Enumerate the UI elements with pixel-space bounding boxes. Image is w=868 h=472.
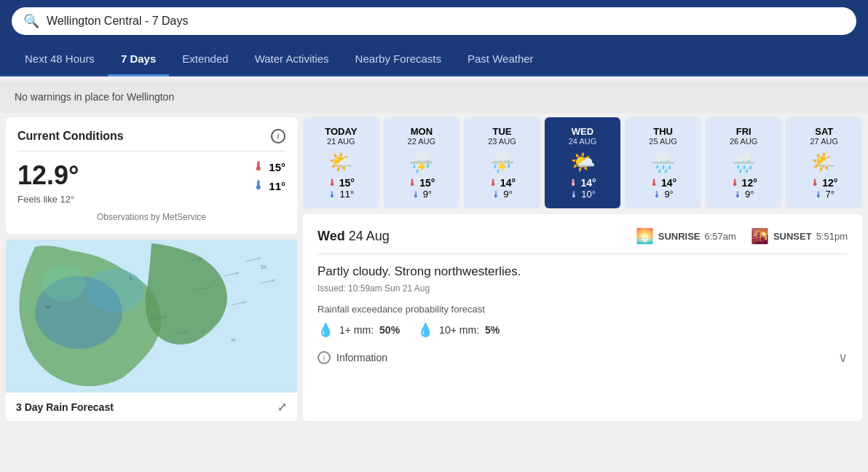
- day-card-today[interactable]: TODAY 21 AUG 🌤️ 🌡 15° 🌡 11°: [303, 117, 379, 208]
- thermo-blue-mon: 🌡: [411, 189, 420, 200]
- warning-bar: No warnings in place for Wellington: [0, 81, 868, 113]
- day-name-sat: SAT: [792, 126, 856, 137]
- thermo-blue-tue: 🌡: [492, 189, 500, 200]
- day-icon-tue: ⛈️: [470, 150, 534, 174]
- day-cards: TODAY 21 AUG 🌤️ 🌡 15° 🌡 11° MON 22 AUG ⛈…: [303, 117, 862, 208]
- day-max-fri: 🌡 12°: [711, 177, 776, 189]
- drop-icon-1mm: 💧: [317, 322, 334, 338]
- thermo-red-fri: 🌡: [730, 178, 739, 188]
- info-row-left: i Information: [317, 351, 387, 364]
- day-min-sat: 🌡 7°: [792, 189, 856, 200]
- cc-max-temp: 🌡 15°: [253, 160, 285, 173]
- day-card-tue[interactable]: TUE 23 AUG ⛈️ 🌡 14° 🌡 9°: [464, 117, 540, 208]
- rainfall-section: Rainfall exceedance probability forecast…: [317, 304, 848, 338]
- rain-forecast-map: H L 34 H: [6, 240, 297, 393]
- day-min-mon: 🌡 9°: [390, 189, 454, 200]
- rain-map-svg: H L 34 H: [6, 240, 297, 393]
- detail-date-val: 24 Aug: [349, 229, 390, 243]
- svg-point-3: [42, 265, 86, 302]
- detail-date: Wed 24 Aug: [317, 229, 390, 244]
- chevron-down-icon[interactable]: ∨: [838, 350, 848, 366]
- day-date-mon: 22 AUG: [390, 137, 454, 146]
- main-content: Current Conditions i 12.9° Feels like 12…: [0, 117, 868, 427]
- left-panel: Current Conditions i 12.9° Feels like 12…: [6, 117, 297, 421]
- detail-description: Partly cloudy. Strong northwesterlies.: [317, 264, 848, 279]
- thermo-blue-sat: 🌡: [814, 189, 823, 200]
- thermo-red-mon: 🌡: [408, 178, 417, 188]
- detail-issued: Issued: 10:59am Sun 21 Aug: [317, 283, 848, 294]
- day-max-thu: 🌡 14°: [631, 177, 695, 189]
- day-min-val-wed: 10°: [581, 189, 596, 200]
- day-icon-fri: 🌧️: [711, 150, 776, 174]
- day-max-sat: 🌡 12°: [792, 177, 856, 189]
- day-min-tue: 🌡 9°: [470, 189, 534, 200]
- day-icon-thu: 🌧️: [631, 150, 695, 174]
- thermo-red-sat: 🌡: [810, 178, 819, 188]
- day-card-sat[interactable]: SAT 27 AUG 🌤️ 🌡 12° 🌡 7°: [786, 117, 862, 208]
- rainfall-10mm-value: 5%: [485, 324, 500, 336]
- tab-past[interactable]: Past Weather: [454, 42, 547, 75]
- day-card-mon[interactable]: MON 22 AUG ⛈️ 🌡 15° 🌡 9°: [384, 117, 460, 208]
- cc-source: Observations by MetService: [17, 212, 285, 222]
- detail-header: Wed 24 Aug 🌅 SUNRISE 6:57am 🌇 SUNSET 5:5…: [317, 227, 848, 254]
- svg-point-2: [86, 269, 144, 312]
- day-icon-mon: ⛈️: [390, 150, 454, 174]
- search-icon: 🔍: [23, 13, 39, 29]
- cc-temperature: 12.9°: [17, 160, 79, 191]
- day-min-val-mon: 9°: [423, 189, 432, 200]
- day-min-val-thu: 9°: [664, 189, 673, 200]
- thermo-red-thu: 🌡: [650, 178, 658, 188]
- day-date-sat: 27 AUG: [792, 137, 856, 146]
- expand-icon[interactable]: ⤢: [277, 400, 287, 414]
- detail-panel: Wed 24 Aug 🌅 SUNRISE 6:57am 🌇 SUNSET 5:5…: [303, 214, 862, 421]
- day-icon-wed: 🌤️: [551, 150, 615, 174]
- header: 🔍: [0, 0, 868, 42]
- day-max-today: 🌡 15°: [309, 177, 374, 189]
- day-card-wed[interactable]: WED 24 AUG 🌤️ 🌡 14° 🌡 10°: [545, 117, 621, 208]
- tab-nearby[interactable]: Nearby Forecasts: [342, 42, 454, 75]
- day-card-fri[interactable]: FRI 26 AUG 🌧️ 🌡 12° 🌡 9°: [706, 117, 782, 208]
- thermo-red-today: 🌡: [328, 178, 336, 188]
- tab-7days[interactable]: 7 Days: [108, 42, 169, 75]
- day-icon-sat: 🌤️: [792, 150, 856, 174]
- cc-info-icon[interactable]: i: [271, 129, 285, 143]
- rainfall-10mm-label: 10+ mm:: [439, 324, 479, 336]
- day-max-mon: 🌡 15°: [390, 177, 454, 189]
- day-max-tue: 🌡 14°: [470, 177, 534, 189]
- rainfall-label: Rainfall exceedance probability forecast: [317, 304, 848, 315]
- sun-info: 🌅 SUNRISE 6:57am 🌇 SUNSET 5:51pm: [636, 227, 848, 245]
- rainfall-1mm-label: 1+ mm:: [339, 324, 374, 336]
- info-label: Information: [336, 352, 387, 363]
- tab-48hours[interactable]: Next 48 Hours: [12, 42, 108, 75]
- rainfall-items: 💧 1+ mm: 50% 💧 10+ mm: 5%: [317, 322, 848, 338]
- day-date-wed: 24 AUG: [551, 137, 615, 146]
- sunrise-item: 🌅 SUNRISE 6:57am: [636, 227, 736, 245]
- rain-forecast-card: H L 34 H 3 Day Rain Forecast ⤢: [6, 240, 297, 421]
- day-min-wed: 🌡 10°: [551, 189, 615, 200]
- day-min-fri: 🌡 9°: [711, 189, 776, 200]
- day-date-today: 21 AUG: [309, 137, 374, 146]
- info-row[interactable]: i Information ∨: [317, 350, 848, 366]
- day-max-val-thu: 14°: [661, 177, 676, 189]
- rainfall-1mm: 💧 1+ mm: 50%: [317, 322, 400, 338]
- day-min-thu: 🌡 9°: [631, 189, 695, 200]
- drop-icon-10mm: 💧: [417, 322, 433, 338]
- thermometer-blue-icon: 🌡: [253, 179, 264, 192]
- thermo-red-tue: 🌡: [489, 178, 497, 188]
- day-max-val-mon: 15°: [419, 177, 435, 189]
- day-name-tue: TUE: [470, 126, 534, 137]
- day-date-fri: 26 AUG: [711, 137, 776, 146]
- cc-minmax: 🌡 15° 🌡 11°: [253, 160, 285, 192]
- sunrise-time: 6:57am: [705, 231, 736, 242]
- day-card-thu[interactable]: THU 25 AUG 🌧️ 🌡 14° 🌡 9°: [625, 117, 701, 208]
- tab-extended[interactable]: Extended: [169, 42, 241, 75]
- day-name-thu: THU: [631, 126, 695, 137]
- day-min-val-fri: 9°: [745, 189, 754, 200]
- tab-water[interactable]: Water Activities: [242, 42, 342, 75]
- day-max-val-wed: 14°: [580, 177, 596, 189]
- day-max-val-fri: 12°: [742, 177, 757, 189]
- day-name-fri: FRI: [711, 126, 776, 137]
- info-circle-icon: i: [317, 351, 331, 364]
- sunrise-icon: 🌅: [636, 227, 654, 245]
- search-input[interactable]: [47, 15, 845, 28]
